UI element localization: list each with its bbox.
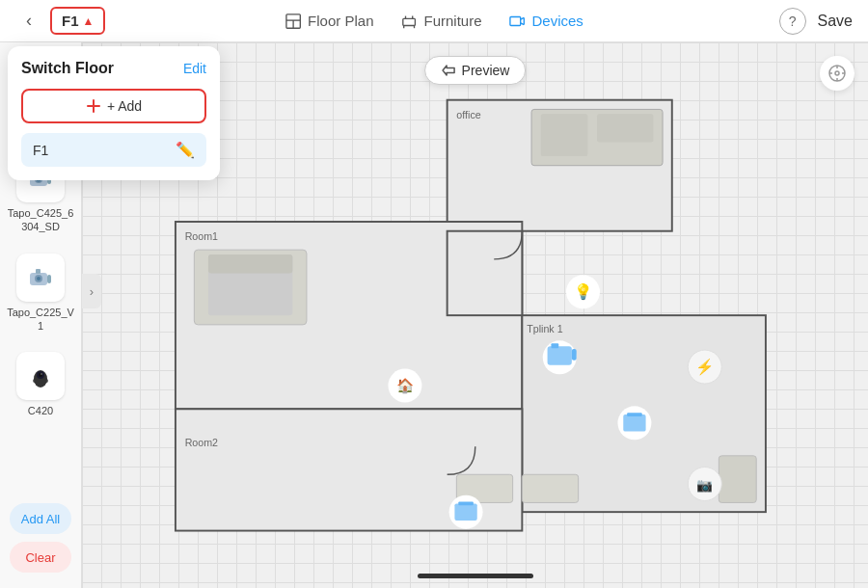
camera3-icon [26,263,55,292]
floor-selector-button[interactable]: F1 ▲ [50,7,105,35]
preview-label: Preview [462,63,510,78]
header-right: ? Save [779,8,853,35]
sidebar-label-c420: C420 [28,404,53,417]
svg-point-34 [835,71,839,75]
clear-button[interactable]: Clear [10,542,71,573]
svg-rect-41 [541,114,588,156]
svg-marker-32 [443,66,454,75]
tab-devices[interactable]: Devices [507,9,585,34]
floor-arrow-icon: ▲ [83,14,95,28]
devices-icon [509,13,527,30]
svg-rect-58 [548,346,572,364]
svg-point-31 [41,373,42,375]
floor-edit-icon: ✏️ [176,141,195,159]
switch-floor-header: Switch Floor Edit [21,60,206,77]
svg-rect-69 [454,503,476,520]
floor-label: F1 [62,13,79,29]
header-nav: Floor Plan Furniture Devices [283,9,585,34]
sidebar-item-tapo-c225[interactable]: Tapo_C225_V1 [7,246,74,341]
svg-rect-8 [510,16,521,25]
svg-rect-52 [719,456,756,503]
room1-label: Room1 [185,230,218,242]
floor-plan-icon [285,13,302,30]
svg-rect-65 [627,413,642,416]
preview-icon [441,63,456,78]
svg-text:🏠: 🏠 [396,377,415,394]
header-left: ‹ F1 ▲ [15,7,105,35]
room2-label: Room2 [185,437,218,448]
switch-floor-title: Switch Floor [21,60,114,77]
office-label: office [456,109,480,120]
camera4-icon [26,361,55,390]
tplink1-label: Tplink 1 [527,323,562,334]
svg-rect-26 [47,275,51,283]
sidebar-label-tapo-c425: Tapo_C425_6304_SD [8,206,74,234]
floor-item-label: F1 [33,143,48,158]
svg-rect-70 [458,501,474,505]
add-all-button[interactable]: Add All [10,503,71,534]
home-indicator [418,574,533,578]
svg-rect-3 [403,18,416,25]
edit-floors-button[interactable]: Edit [183,61,206,76]
svg-rect-60 [572,349,577,361]
floor-plan-label: Floor Plan [308,13,373,29]
devices-label: Devices [532,13,583,29]
floor-plan-canvas[interactable]: office Room1 Tplink 1 Room2 [111,91,858,549]
plus-icon [86,98,101,114]
save-button[interactable]: Save [818,13,853,30]
header: ‹ F1 ▲ Floor Plan Furniture [0,0,868,42]
device-icon-c420 [16,352,65,400]
floor-item-f1[interactable]: F1 ✏️ [21,133,206,167]
help-button[interactable]: ? [779,8,806,35]
svg-text:⚡: ⚡ [695,358,715,376]
svg-rect-64 [623,414,645,431]
device-icon-tapo-c225 [16,254,65,302]
location-icon [827,64,847,83]
svg-rect-48 [448,231,523,315]
svg-rect-46 [208,254,292,273]
sidebar-collapse-button[interactable]: › [82,274,101,308]
location-button[interactable] [820,56,854,91]
svg-rect-59 [551,343,558,348]
furniture-label: Furniture [423,13,481,29]
svg-rect-42 [597,114,653,142]
tab-floor-plan[interactable]: Floor Plan [283,9,375,34]
add-floor-label: + Add [107,98,142,114]
svg-text:💡: 💡 [574,282,593,301]
sidebar-item-c420[interactable]: C420 [7,344,74,425]
svg-point-24 [37,277,41,281]
switch-floor-dropdown: Switch Floor Edit + Add F1 ✏️ [8,46,220,180]
add-floor-button[interactable]: + Add [21,89,206,123]
floor-plan-svg: office Room1 Tplink 1 Room2 [111,91,858,549]
preview-button[interactable]: Preview [424,56,527,85]
tab-furniture[interactable]: Furniture [398,9,483,34]
sidebar-label-tapo-c225: Tapo_C225_V1 [7,306,74,334]
svg-text:📷: 📷 [696,477,713,494]
sidebar-bottom: Add All Clear [10,495,71,580]
furniture-icon [400,13,418,30]
svg-rect-51 [522,474,578,502]
back-button[interactable]: ‹ [15,8,42,35]
svg-rect-25 [36,269,41,274]
